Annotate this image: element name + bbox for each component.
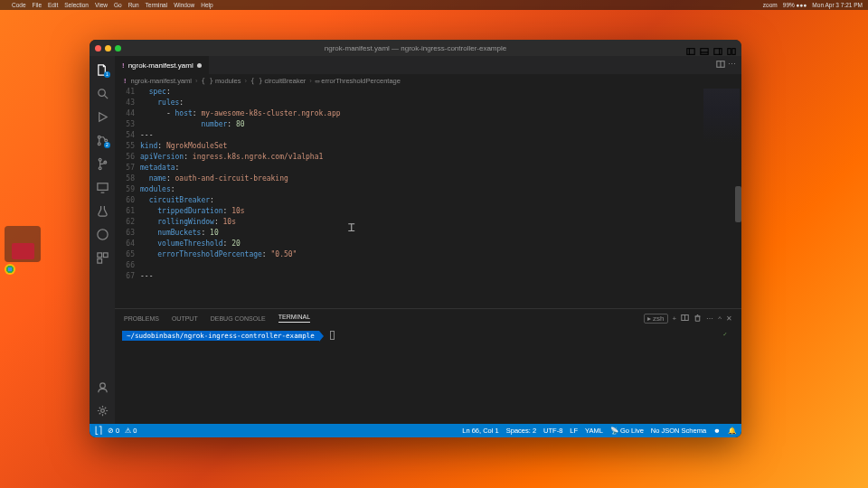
code-line[interactable]: modules: [140,184,741,195]
run-debug-icon[interactable] [92,107,112,127]
status-zoom[interactable]: zoom [763,2,778,8]
dock-preview-thumbnail[interactable] [5,226,41,262]
dock-chrome-icon[interactable] [5,264,15,275]
testing-icon[interactable] [92,201,112,221]
customize-layout-icon[interactable] [727,43,736,52]
menu-view[interactable]: View [95,2,108,8]
line-number[interactable]: 55 [115,141,135,152]
split-editor-icon[interactable] [716,60,725,70]
status-battery[interactable]: 99% ●●● [783,2,807,8]
close-panel-icon[interactable]: ✕ [726,314,732,323]
line-number[interactable]: 58 [115,174,135,184]
minimap[interactable] [703,89,740,143]
status-warnings[interactable]: ⚠ 0 [125,427,137,435]
status-eol[interactable]: LF [570,427,578,435]
code-line[interactable]: errorThresholdPercentage: "0.50" [140,249,741,260]
panel-tab-debug-console[interactable]: DEBUG CONSOLE [211,315,266,322]
more-actions-icon[interactable]: ⋯ [728,60,736,70]
line-number[interactable]: 53 [115,119,135,130]
line-number[interactable]: 63 [115,228,135,239]
code-line[interactable]: apiVersion: ingress.k8s.ngrok.com/v1alph… [140,152,741,163]
feedback-icon[interactable]: ☻ [713,427,721,435]
menu-selection[interactable]: Selection [64,2,89,8]
breadcrumb-item[interactable]: circuitBreaker [264,77,306,85]
remote-indicator-icon[interactable]: ⎣⎤ [95,427,102,435]
extensions-icon[interactable] [92,248,112,267]
kill-terminal-icon[interactable] [693,314,702,324]
breadcrumb-item[interactable]: ngrok-manifest.yaml [131,77,193,85]
line-number[interactable]: 67 [115,271,135,282]
line-number[interactable]: 57 [115,163,135,174]
menu-run[interactable]: Run [128,2,139,8]
layout-panel-icon[interactable] [700,43,709,52]
maximize-panel-icon[interactable]: ^ [718,314,722,323]
line-number[interactable]: 65 [115,249,135,260]
line-number[interactable]: 59 [115,184,135,195]
menu-window[interactable]: Window [174,2,194,8]
line-number[interactable]: 62 [115,217,135,228]
code-line[interactable]: numBuckets: 10 [140,228,741,239]
menu-file[interactable]: File [33,2,42,8]
code-line[interactable]: --- [140,271,741,282]
github-icon[interactable] [92,224,112,244]
status-indentation[interactable]: Spaces: 2 [506,427,536,435]
more-terminal-actions-icon[interactable]: ⋯ [706,314,713,323]
accounts-icon[interactable] [92,377,112,397]
line-number[interactable]: 41 [115,87,135,98]
line-number[interactable]: 56 [115,152,135,163]
status-json-schema[interactable]: No JSON Schema [651,427,706,435]
code-line[interactable]: - host: my-awesome-k8s-cluster.ngrok.app [140,108,741,119]
tab-modified-dot-icon[interactable] [197,63,202,68]
menu-terminal[interactable]: Terminal [146,2,168,8]
status-go-live[interactable]: 📡 Go Live [610,427,644,435]
line-number[interactable]: 43 [115,98,135,108]
remote-explorer-icon[interactable] [92,177,112,197]
status-language[interactable]: YAML [585,427,603,435]
notifications-bell-icon[interactable]: 🔔 [728,427,736,435]
panel-tab-output[interactable]: OUTPUT [172,315,198,322]
status-encoding[interactable]: UTF-8 [543,427,562,435]
panel-tab-terminal[interactable]: TERMINAL [278,314,310,323]
code-line[interactable]: kind: NgrokModuleSet [140,141,741,152]
code-line[interactable]: spec: [140,87,741,98]
status-cursor-position[interactable]: Ln 66, Col 1 [462,427,498,435]
explorer-icon[interactable]: 1 [92,60,112,80]
editor-scrollbar[interactable] [735,186,741,222]
panel-tab-problems[interactable]: PROBLEMS [124,315,159,322]
editor-tab[interactable]: ! ngrok-manifest.yaml [115,56,209,74]
layout-sidebar-right-icon[interactable] [713,43,722,52]
code-line[interactable]: rollingWindow: 10s [140,217,741,228]
code-line[interactable]: name: oauth-and-circuit-breaking [140,174,741,184]
line-number[interactable]: 61 [115,206,135,217]
line-number[interactable]: 54 [115,130,135,141]
terminal-shell-selector[interactable]: ▸ zsh [644,314,667,324]
line-number[interactable]: 64 [115,239,135,249]
source-control-icon[interactable]: 2 [92,130,112,150]
line-number[interactable]: 60 [115,195,135,206]
terminal[interactable]: ~/sudobinbash/ngrok-ingress-controller-e… [115,327,741,424]
breadcrumb-item[interactable]: errorThresholdPercentage [321,77,401,85]
line-number-gutter[interactable]: 414344535455565758596061626364656667 [115,87,140,308]
code-line[interactable]: trippedDuration: 10s [140,206,741,217]
new-terminal-icon[interactable]: + [673,314,677,323]
code-line[interactable] [140,260,741,271]
titlebar[interactable]: ngrok-manifest.yaml — ngrok-ingress-cont… [90,40,741,56]
code-line[interactable]: --- [140,130,741,141]
search-icon[interactable] [92,83,112,103]
code-line[interactable]: volumeThreshold: 20 [140,239,741,249]
split-terminal-icon[interactable] [681,314,689,324]
code-line[interactable]: metadata: [140,163,741,174]
menu-help[interactable]: Help [201,2,212,8]
code-editor[interactable]: 414344535455565758596061626364656667 spe… [115,87,741,308]
code-line[interactable]: rules: [140,98,741,108]
code-line[interactable]: circuitBreaker: [140,195,741,206]
line-number[interactable]: 44 [115,108,135,119]
line-number[interactable]: 66 [115,260,135,271]
menu-go[interactable]: Go [114,2,122,8]
layout-sidebar-left-icon[interactable] [686,43,695,52]
branch-icon[interactable] [92,154,112,174]
breadcrumb-item[interactable]: modules [215,77,241,85]
status-errors[interactable]: ⊘ 0 [108,427,119,435]
settings-gear-icon[interactable] [92,400,112,420]
menu-edit[interactable]: Edit [48,2,58,8]
